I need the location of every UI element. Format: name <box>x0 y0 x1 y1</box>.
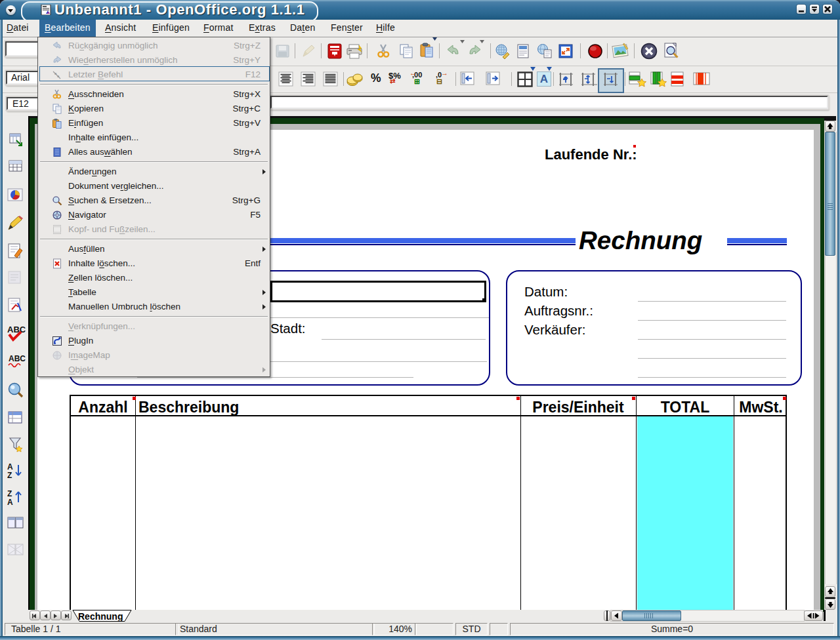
svg-text:Z: Z <box>7 471 12 479</box>
svg-text:A: A <box>540 73 548 85</box>
svg-text:ABC: ABC <box>7 325 26 334</box>
svg-text:ABC: ABC <box>9 354 26 363</box>
svg-text:Z: Z <box>7 489 12 498</box>
svg-text:A: A <box>7 462 13 471</box>
svg-text:A: A <box>7 498 13 506</box>
